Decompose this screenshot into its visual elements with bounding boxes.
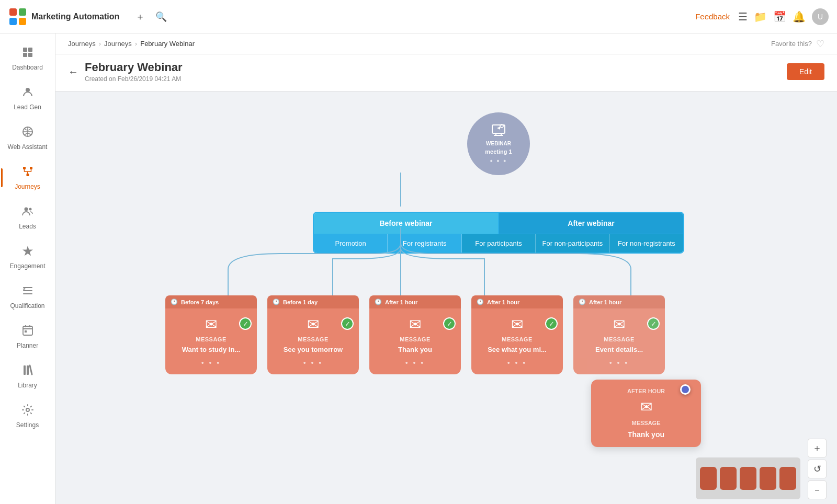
envelope-icon-2: ✉ bbox=[307, 316, 319, 333]
svg-rect-11 bbox=[23, 167, 26, 169]
sidebar-label-lead-gen: Lead Gen bbox=[14, 104, 41, 111]
sidebar-item-qualification[interactable]: Qualification bbox=[4, 278, 51, 316]
message-card-5[interactable]: 🕐 After 1 hour ✉ MESSAGE Event details..… bbox=[573, 295, 665, 374]
settings-icon bbox=[21, 404, 34, 419]
svg-rect-16 bbox=[23, 326, 32, 335]
edit-button[interactable]: Edit bbox=[787, 63, 824, 80]
svg-point-15 bbox=[29, 208, 31, 211]
zoom-reset-button[interactable]: ↺ bbox=[808, 460, 827, 478]
calendar-icon[interactable]: 📅 bbox=[773, 10, 786, 23]
start-node[interactable]: WEBINAR meeting 1 • • • bbox=[467, 112, 530, 175]
clock-icon-4: 🕐 bbox=[477, 299, 484, 305]
svg-rect-17 bbox=[25, 330, 27, 333]
zoom-out-button[interactable]: － bbox=[808, 480, 827, 499]
breadcrumb-link-1[interactable]: Journeys bbox=[68, 40, 96, 48]
card-container-3: 🕐 After 1 hour ✉ MESSAGE Thank you • • •… bbox=[369, 295, 461, 374]
library-icon bbox=[21, 364, 34, 380]
sidebar-item-leads[interactable]: Leads bbox=[4, 199, 51, 236]
zoom-in-button[interactable]: ＋ bbox=[808, 439, 827, 457]
breadcrumb-current: February Webinar bbox=[140, 40, 195, 48]
card-delay-1: Before 7 days bbox=[181, 299, 219, 305]
page-header: ← February Webinar Created on Feb/26/201… bbox=[55, 54, 837, 91]
branch-sub-non-registrants[interactable]: For non-registrants bbox=[610, 234, 683, 253]
search-button[interactable]: 🔍 bbox=[153, 8, 169, 25]
card-dots-4: • • • bbox=[507, 359, 527, 367]
sidebar-item-planner[interactable]: Planner bbox=[4, 318, 51, 356]
sidebar-item-engagement[interactable]: Engagement bbox=[4, 238, 51, 276]
user-avatar[interactable]: U bbox=[812, 8, 829, 25]
svg-rect-6 bbox=[28, 48, 32, 52]
planner-icon bbox=[21, 324, 34, 340]
feedback-button[interactable]: Feedback bbox=[695, 12, 730, 21]
card-header-5: 🕐 After 1 hour bbox=[573, 295, 665, 308]
topbar-right-icons: ☰ 📁 📅 🔔 U bbox=[738, 8, 829, 25]
msg-text-1: Want to study in... bbox=[182, 346, 240, 353]
card-dots-1: • • • bbox=[201, 359, 221, 367]
sidebar-item-lead-gen[interactable]: Lead Gen bbox=[4, 79, 51, 117]
lead-gen-icon bbox=[21, 86, 34, 101]
branch-table-container: Before webinar After webinar Promotion F… bbox=[87, 212, 806, 254]
sidebar-label-engagement: Engagement bbox=[9, 262, 45, 270]
card-dots-2: • • • bbox=[303, 359, 323, 367]
sidebar-item-library[interactable]: Library bbox=[4, 358, 51, 395]
svg-point-14 bbox=[24, 208, 28, 211]
msg-label-5: MESSAGE bbox=[604, 336, 635, 342]
branch-table: Before webinar After webinar Promotion F… bbox=[313, 212, 684, 254]
svg-rect-13 bbox=[26, 174, 29, 176]
branch-header-row: Before webinar After webinar bbox=[314, 213, 683, 234]
sidebar-item-dashboard[interactable]: Dashboard bbox=[4, 40, 51, 77]
webinar-label2: meeting 1 bbox=[485, 148, 512, 155]
minimap-block-3 bbox=[740, 467, 756, 490]
svg-rect-19 bbox=[27, 365, 29, 375]
page-subtitle: Created on Feb/26/2019 04:21 AM bbox=[85, 75, 774, 83]
svg-rect-4 bbox=[19, 18, 26, 25]
webinar-icon bbox=[491, 123, 506, 139]
cards-row: 🕐 Before 7 days ✉ MESSAGE Want to study … bbox=[87, 295, 806, 374]
minimap-block-5 bbox=[779, 467, 796, 490]
list-icon[interactable]: ☰ bbox=[738, 10, 748, 23]
cursor-dot bbox=[680, 384, 691, 395]
sidebar-label-settings: Settings bbox=[16, 421, 39, 429]
sidebar-item-web-assistant[interactable]: Web Assistant bbox=[4, 119, 51, 157]
branch-sub-row: Promotion For registrants For participan… bbox=[314, 234, 683, 253]
minimap-block-4 bbox=[760, 467, 776, 490]
message-card-1[interactable]: 🕐 Before 7 days ✉ MESSAGE Want to study … bbox=[165, 295, 257, 374]
minimap bbox=[696, 457, 800, 499]
breadcrumb-link-2[interactable]: Journeys bbox=[104, 40, 132, 48]
clock-icon-5: 🕐 bbox=[579, 299, 586, 305]
message-card-2[interactable]: 🕐 Before 1 day ✉ MESSAGE See you tomorro… bbox=[267, 295, 359, 374]
message-card-4[interactable]: 🕐 After 1 hour ✉ MESSAGE See what you mi… bbox=[471, 295, 563, 374]
zoom-controls: ＋ ↺ － bbox=[808, 439, 827, 499]
after-hour-text: Thank you bbox=[628, 430, 664, 439]
engagement-icon bbox=[21, 245, 34, 260]
branch-sub-registrants[interactable]: For registrants bbox=[388, 234, 461, 253]
card-header-2: 🕐 Before 1 day bbox=[267, 295, 359, 308]
envelope-icon-5: ✉ bbox=[613, 316, 625, 333]
svg-rect-12 bbox=[30, 167, 32, 169]
start-node-container: WEBINAR meeting 1 • • • bbox=[87, 112, 806, 175]
folder-icon[interactable]: 📁 bbox=[754, 10, 767, 23]
checkmark-badge-4: ✓ bbox=[545, 317, 558, 330]
after-hour-title: After hour bbox=[627, 388, 665, 394]
branch-sub-non-participants[interactable]: For non-participants bbox=[536, 234, 609, 253]
svg-rect-1 bbox=[9, 8, 17, 16]
branch-header-after: After webinar bbox=[499, 213, 683, 234]
message-card-3[interactable]: 🕐 After 1 hour ✉ MESSAGE Thank you • • •… bbox=[369, 295, 461, 374]
minimap-block-2 bbox=[720, 467, 737, 490]
sidebar-item-journeys[interactable]: Journeys bbox=[4, 159, 51, 197]
heart-icon[interactable]: ♡ bbox=[816, 38, 824, 50]
connector-spacer-2 bbox=[87, 254, 806, 295]
breadcrumb-sep-1: › bbox=[99, 40, 101, 48]
bell-icon[interactable]: 🔔 bbox=[793, 10, 806, 23]
back-button[interactable]: ← bbox=[68, 66, 78, 78]
branch-sub-promotion[interactable]: Promotion bbox=[314, 234, 388, 253]
svg-rect-18 bbox=[24, 365, 26, 375]
dashboard-icon bbox=[21, 46, 34, 62]
clock-icon-2: 🕐 bbox=[273, 299, 280, 305]
sidebar-item-settings[interactable]: Settings bbox=[4, 397, 51, 435]
add-button[interactable]: ＋ bbox=[132, 8, 149, 25]
svg-point-20 bbox=[26, 408, 29, 411]
branch-sub-participants[interactable]: For participants bbox=[462, 234, 536, 253]
breadcrumb: Journeys › Journeys › February Webinar F… bbox=[55, 33, 837, 54]
msg-label-1: MESSAGE bbox=[196, 336, 227, 342]
